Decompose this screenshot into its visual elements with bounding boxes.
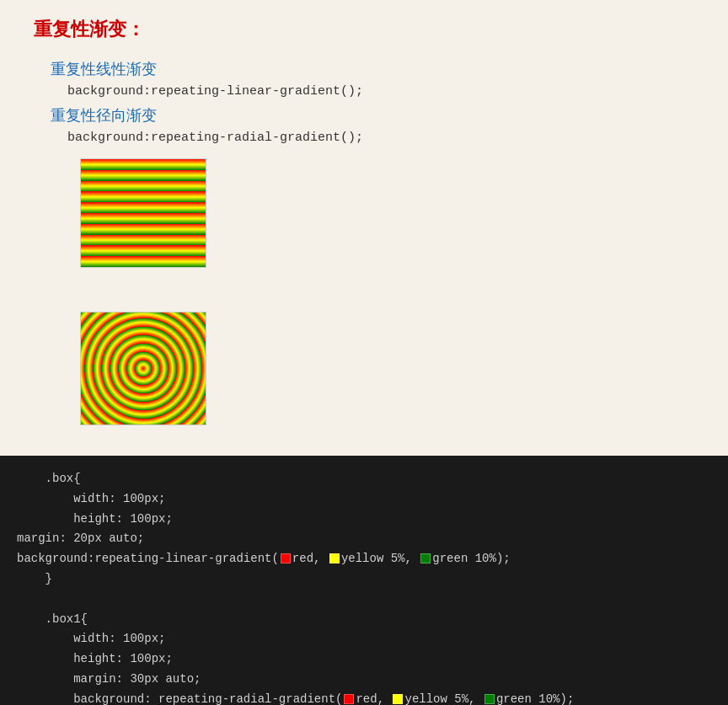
- linear-gradient-section: 重复性线性渐变 background:repeating-linear-grad…: [34, 59, 694, 99]
- radial-gradient-demo-container: [80, 312, 694, 425]
- content-area: 重复性渐变： 重复性线性渐变 background:repeating-line…: [0, 0, 728, 456]
- code-line-9: width: 100px;: [17, 629, 711, 649]
- code-line-5: background:repeating-linear-gradient(red…: [17, 549, 711, 569]
- page-container: 重复性渐变： 重复性线性渐变 background:repeating-line…: [0, 0, 728, 705]
- code-line-7: [17, 590, 711, 610]
- swatch-yellow-1: [329, 553, 340, 563]
- swatch-red-2: [344, 694, 354, 704]
- code-line-10: height: 100px;: [17, 649, 711, 670]
- radial-gradient-demo: [80, 312, 206, 425]
- code-line-1: .box{: [17, 469, 711, 489]
- radial-gradient-section: 重复性径向渐变 background:repeating-radial-grad…: [34, 105, 694, 145]
- linear-gradient-title: 重复性线性渐变: [51, 59, 694, 79]
- swatch-green-1: [420, 553, 431, 563]
- radial-gradient-title: 重复性径向渐变: [51, 105, 694, 126]
- code-block: .box{ width: 100px; height: 100px; margi…: [0, 456, 728, 705]
- code-line-3: height: 100px;: [17, 510, 711, 530]
- linear-gradient-code: background:repeating-linear-gradient();: [67, 84, 694, 99]
- code-line-6: }: [17, 569, 711, 590]
- swatch-yellow-2: [393, 694, 403, 704]
- code-line-2: width: 100px;: [17, 489, 711, 510]
- code-line-4: margin: 20px auto;: [17, 529, 711, 549]
- code-line-8: .box1{: [17, 610, 711, 630]
- page-title: 重复性渐变：: [34, 17, 694, 42]
- linear-gradient-demo: [80, 158, 206, 268]
- radial-gradient-code: background:repeating-radial-gradient();: [67, 131, 694, 145]
- swatch-green-2: [484, 694, 495, 704]
- spacer1: [34, 281, 694, 298]
- linear-gradient-demo-container: [80, 158, 694, 268]
- swatch-red-1: [281, 553, 291, 563]
- code-line-11: margin: 30px auto;: [17, 670, 711, 690]
- code-line-12: background: repeating-radial-gradient(re…: [17, 690, 711, 705]
